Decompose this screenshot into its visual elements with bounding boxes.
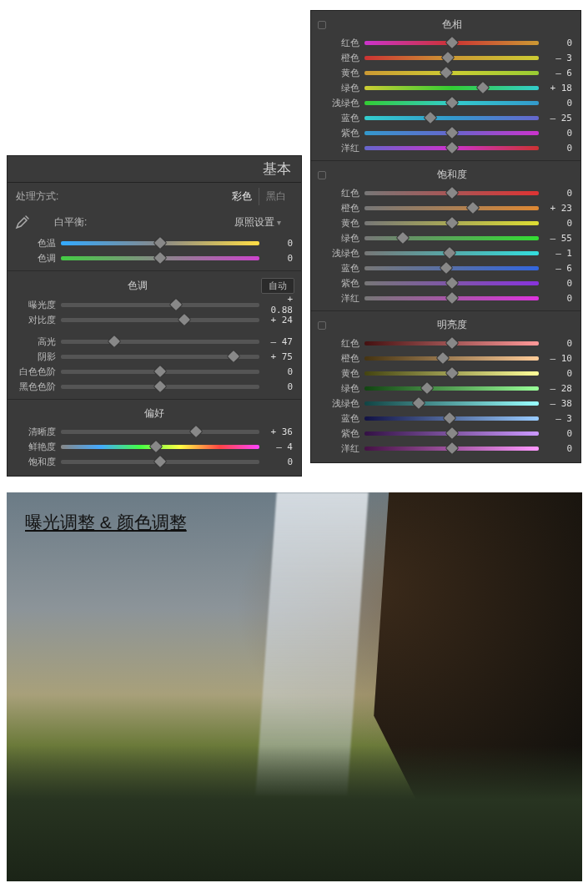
slider-knob-icon[interactable] <box>441 50 455 64</box>
slider-knob-icon[interactable] <box>445 125 459 139</box>
slider-knob-icon[interactable] <box>445 275 459 290</box>
slider-track[interactable] <box>61 256 259 260</box>
slider-track[interactable] <box>364 56 539 60</box>
slider-track[interactable] <box>61 370 259 374</box>
slider-knob-icon[interactable] <box>443 411 457 425</box>
slider-value[interactable]: – 55 <box>539 233 572 244</box>
slider-value[interactable]: 0 <box>539 338 572 349</box>
slider-knob-icon[interactable] <box>188 424 203 438</box>
slider-knob-icon[interactable] <box>153 364 168 378</box>
slider-track[interactable] <box>61 460 259 464</box>
slider-track[interactable] <box>364 341 539 346</box>
slider-value[interactable]: 0 <box>539 188 572 199</box>
slider-track[interactable] <box>364 191 539 195</box>
slider-knob-icon[interactable] <box>436 351 450 365</box>
slider-value[interactable]: – 47 <box>259 336 293 347</box>
slider-value[interactable]: – 1 <box>539 248 572 259</box>
slider-value[interactable]: 0 <box>259 366 293 377</box>
slider-knob-icon[interactable] <box>445 215 459 230</box>
treatment-color[interactable]: 彩色 <box>225 188 259 205</box>
slider-track[interactable] <box>61 303 259 307</box>
slider-knob-icon[interactable] <box>445 185 459 199</box>
slider-track[interactable] <box>364 371 539 376</box>
slider-value[interactable]: 0 <box>539 143 572 154</box>
slider-value[interactable]: – 10 <box>539 353 572 364</box>
slider-value[interactable]: 0 <box>539 38 572 48</box>
slider-track[interactable] <box>364 401 539 406</box>
slider-track[interactable] <box>364 131 539 135</box>
white-balance-preset[interactable]: 原照设置 <box>234 215 281 230</box>
slider-value[interactable]: + 36 <box>259 426 293 437</box>
slider-value[interactable]: 0 <box>539 428 572 439</box>
slider-track[interactable] <box>364 296 539 300</box>
slider-knob-icon[interactable] <box>424 110 438 124</box>
slider-knob-icon[interactable] <box>440 260 454 275</box>
slider-value[interactable]: – 6 <box>539 263 572 274</box>
slider-track[interactable] <box>364 281 539 285</box>
slider-knob-icon[interactable] <box>149 439 163 453</box>
lum-toggle-icon[interactable] <box>318 321 326 330</box>
slider-knob-icon[interactable] <box>153 250 168 265</box>
slider-value[interactable]: – 38 <box>539 398 572 409</box>
auto-button[interactable]: 自动 <box>261 278 294 294</box>
slider-value[interactable]: 0 <box>539 368 572 379</box>
slider-track[interactable] <box>364 71 539 75</box>
slider-knob-icon[interactable] <box>445 426 459 440</box>
slider-knob-icon[interactable] <box>227 349 241 363</box>
slider-value[interactable]: + 18 <box>539 83 572 93</box>
slider-value[interactable]: – 25 <box>539 113 572 124</box>
slider-track[interactable] <box>364 431 539 436</box>
slider-value[interactable]: + 75 <box>259 351 293 362</box>
slider-track[interactable] <box>364 386 539 391</box>
slider-track[interactable] <box>364 356 539 361</box>
slider-knob-icon[interactable] <box>445 140 459 154</box>
slider-knob-icon[interactable] <box>395 230 410 245</box>
slider-track[interactable] <box>364 41 539 45</box>
slider-value[interactable]: – 3 <box>539 413 572 424</box>
slider-value[interactable]: + 23 <box>539 203 572 214</box>
slider-knob-icon[interactable] <box>445 336 459 350</box>
slider-value[interactable]: 0 <box>539 278 572 289</box>
slider-knob-icon[interactable] <box>445 290 459 305</box>
slider-knob-icon[interactable] <box>169 297 183 311</box>
slider-knob-icon[interactable] <box>476 80 490 94</box>
slider-value[interactable]: – 3 <box>539 53 572 63</box>
slider-track[interactable] <box>364 266 539 270</box>
slider-knob-icon[interactable] <box>153 379 168 393</box>
slider-track[interactable] <box>61 445 259 449</box>
slider-track[interactable] <box>364 251 539 255</box>
slider-track[interactable] <box>61 241 259 245</box>
slider-knob-icon[interactable] <box>420 381 435 395</box>
eyedropper-icon[interactable] <box>14 214 31 230</box>
slider-track[interactable] <box>61 318 259 322</box>
slider-knob-icon[interactable] <box>108 334 122 348</box>
slider-track[interactable] <box>364 101 539 105</box>
slider-track[interactable] <box>364 236 539 240</box>
treatment-bw[interactable]: 黑白 <box>259 188 293 205</box>
slider-value[interactable]: – 4 <box>259 441 293 452</box>
slider-knob-icon[interactable] <box>465 200 480 214</box>
slider-track[interactable] <box>364 206 539 210</box>
slider-value[interactable]: 0 <box>539 98 572 108</box>
slider-track[interactable] <box>364 221 539 225</box>
slider-track[interactable] <box>61 385 259 389</box>
slider-value[interactable]: 0 <box>259 457 293 467</box>
slider-value[interactable]: 0 <box>259 238 293 249</box>
slider-knob-icon[interactable] <box>445 35 459 49</box>
slider-value[interactable]: 0 <box>539 293 572 304</box>
slider-value[interactable]: + 0.88 <box>259 294 293 315</box>
slider-track[interactable] <box>61 340 259 344</box>
slider-value[interactable]: + 24 <box>259 315 293 325</box>
slider-knob-icon[interactable] <box>411 396 425 410</box>
slider-knob-icon[interactable] <box>443 245 457 260</box>
slider-track[interactable] <box>364 447 539 451</box>
slider-value[interactable]: 0 <box>539 128 572 139</box>
slider-value[interactable]: 0 <box>259 253 293 264</box>
slider-knob-icon[interactable] <box>445 441 459 455</box>
slider-value[interactable]: 0 <box>259 381 293 392</box>
slider-value[interactable]: – 28 <box>539 383 572 394</box>
slider-knob-icon[interactable] <box>153 235 168 250</box>
slider-track[interactable] <box>364 416 539 421</box>
slider-track[interactable] <box>61 430 259 434</box>
slider-value[interactable]: 0 <box>539 443 572 454</box>
